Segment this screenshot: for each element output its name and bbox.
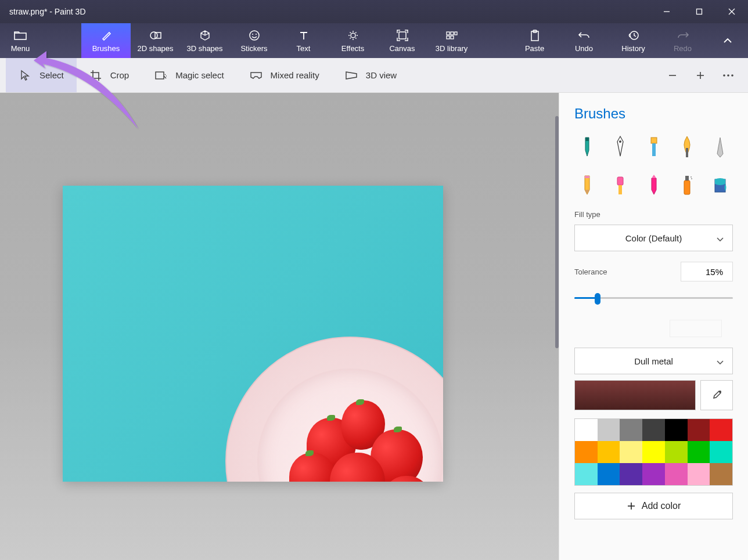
collapse-ribbon-button[interactable] bbox=[707, 23, 748, 58]
text-tab[interactable]: Text bbox=[279, 23, 328, 58]
canvas-tab[interactable]: Canvas bbox=[377, 23, 427, 58]
brush-spray[interactable] bbox=[674, 171, 700, 200]
3d-view-tool[interactable]: 3D view bbox=[332, 58, 409, 92]
color-swatch[interactable] bbox=[688, 441, 710, 463]
crop-tool[interactable]: Crop bbox=[77, 58, 142, 92]
chevron-down-icon bbox=[716, 356, 724, 366]
tolerance-input[interactable] bbox=[681, 262, 733, 281]
3d-library-tab[interactable]: 3D library bbox=[427, 23, 476, 58]
color-swatch[interactable] bbox=[642, 441, 665, 463]
add-color-button[interactable]: Add color bbox=[574, 493, 733, 519]
paste-button[interactable]: Paste bbox=[510, 23, 559, 58]
current-color-preview[interactable] bbox=[574, 380, 696, 410]
color-swatch[interactable] bbox=[575, 441, 598, 463]
svg-point-28 bbox=[619, 140, 621, 143]
add-color-label: Add color bbox=[642, 501, 681, 511]
zoom-in-button[interactable] bbox=[686, 58, 714, 92]
fill-type-dropdown[interactable]: Color (Default) bbox=[574, 225, 733, 251]
tolerance-slider[interactable] bbox=[574, 292, 733, 304]
cursor-icon bbox=[19, 69, 31, 82]
zoom-out-button[interactable] bbox=[659, 58, 686, 92]
2d-shapes-tab[interactable]: 2D shapes bbox=[131, 23, 180, 58]
svg-rect-15 bbox=[447, 36, 449, 39]
sub-toolbar: Select Crop Magic select Mixed reality 3… bbox=[0, 58, 748, 93]
menu-tab[interactable]: Menu bbox=[0, 23, 41, 58]
3d-library-label: 3D library bbox=[436, 44, 468, 53]
color-swatch[interactable] bbox=[642, 463, 665, 485]
stickers-label: Stickers bbox=[240, 44, 267, 53]
magic-select-tool[interactable]: Magic select bbox=[142, 58, 236, 92]
undo-button[interactable]: Undo bbox=[559, 23, 609, 58]
brush-pixel[interactable] bbox=[707, 132, 733, 161]
opacity-value-box[interactable] bbox=[670, 320, 722, 337]
color-swatch[interactable] bbox=[665, 419, 688, 441]
color-swatch[interactable] bbox=[642, 419, 665, 441]
color-palette bbox=[574, 418, 733, 486]
color-swatch[interactable] bbox=[575, 419, 598, 441]
color-swatch[interactable] bbox=[688, 419, 710, 441]
svg-point-5 bbox=[150, 32, 157, 39]
history-icon bbox=[628, 29, 639, 42]
canvas-label: Canvas bbox=[389, 44, 415, 53]
color-swatch[interactable] bbox=[575, 463, 598, 485]
canvas-image[interactable] bbox=[63, 186, 443, 482]
svg-rect-33 bbox=[617, 177, 623, 185]
brush-calligraphy[interactable] bbox=[607, 132, 633, 161]
slider-thumb[interactable] bbox=[595, 293, 600, 305]
brush-row-1 bbox=[574, 132, 733, 161]
color-swatch[interactable] bbox=[620, 463, 642, 485]
color-swatch[interactable] bbox=[598, 419, 620, 441]
vertical-scrollbar[interactable] bbox=[555, 116, 559, 348]
chevron-down-icon bbox=[716, 233, 724, 243]
brush-oil[interactable] bbox=[641, 132, 667, 161]
color-swatch[interactable] bbox=[665, 441, 688, 463]
brush-watercolor[interactable] bbox=[674, 132, 700, 161]
3d-shapes-tab[interactable]: 3D shapes bbox=[180, 23, 229, 58]
mr-icon bbox=[250, 69, 262, 82]
canvas-icon bbox=[397, 29, 408, 42]
brush-marker[interactable] bbox=[574, 132, 600, 161]
svg-rect-16 bbox=[451, 36, 454, 39]
color-swatch[interactable] bbox=[620, 419, 642, 441]
fill-type-value: Color (Default) bbox=[625, 233, 682, 243]
mixed-reality-tool[interactable]: Mixed reality bbox=[237, 58, 332, 92]
close-button[interactable] bbox=[715, 0, 748, 23]
plus-icon bbox=[627, 501, 636, 511]
color-swatch[interactable] bbox=[688, 463, 710, 485]
plate-illustration bbox=[225, 337, 443, 482]
svg-point-37 bbox=[691, 176, 692, 178]
svg-point-38 bbox=[691, 178, 692, 179]
magic-icon bbox=[154, 69, 167, 82]
color-swatch[interactable] bbox=[710, 419, 732, 441]
brush-eraser[interactable] bbox=[607, 171, 633, 200]
stickers-tab[interactable]: Stickers bbox=[229, 23, 279, 58]
folder-icon bbox=[14, 29, 27, 42]
perspective-icon bbox=[345, 69, 358, 82]
more-button[interactable] bbox=[714, 58, 742, 92]
brushes-label: Brushes bbox=[92, 44, 120, 53]
color-swatch[interactable] bbox=[710, 441, 732, 463]
color-swatch[interactable] bbox=[598, 441, 620, 463]
minimize-button[interactable] bbox=[650, 0, 683, 23]
brush-pencil[interactable] bbox=[574, 171, 600, 200]
material-dropdown[interactable]: Dull metal bbox=[574, 348, 733, 374]
select-tool[interactable]: Select bbox=[6, 58, 77, 92]
effects-tab[interactable]: Effects bbox=[328, 23, 377, 58]
maximize-button[interactable] bbox=[683, 0, 715, 23]
brush-crayon[interactable] bbox=[641, 171, 667, 200]
history-button[interactable]: History bbox=[609, 23, 658, 58]
redo-button: Redo bbox=[658, 23, 707, 58]
color-swatch[interactable] bbox=[710, 463, 732, 485]
color-swatch[interactable] bbox=[665, 463, 688, 485]
svg-rect-12 bbox=[447, 32, 449, 35]
text-label: Text bbox=[297, 44, 311, 53]
brushes-tab[interactable]: Brushes bbox=[81, 23, 131, 58]
eyedropper-button[interactable] bbox=[700, 380, 733, 410]
canvas-viewport[interactable] bbox=[0, 93, 559, 560]
window-controls bbox=[650, 0, 748, 23]
color-swatch[interactable] bbox=[598, 463, 620, 485]
color-swatch[interactable] bbox=[620, 441, 642, 463]
brush-fill[interactable] bbox=[707, 171, 733, 200]
mixed-label: Mixed reality bbox=[271, 70, 319, 80]
brush-row-2 bbox=[574, 171, 733, 200]
